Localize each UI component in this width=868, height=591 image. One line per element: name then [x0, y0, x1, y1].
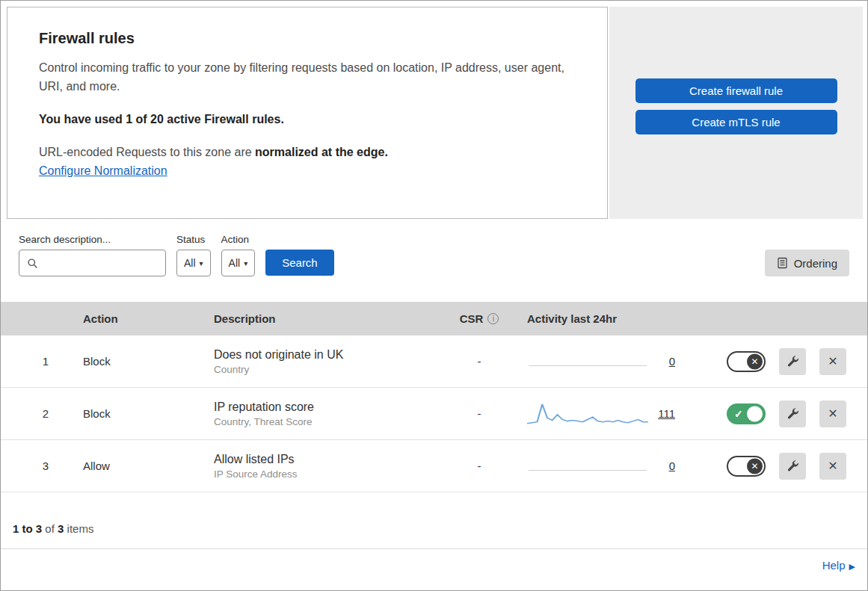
chevron-down-icon: ▾ [200, 259, 203, 267]
rule-csr-value: - [442, 460, 517, 472]
check-icon: ✓ [734, 409, 743, 419]
help-link-label: Help [822, 559, 846, 572]
pagination-total: 3 [58, 522, 64, 535]
wrench-icon [787, 355, 799, 368]
create-firewall-rule-button[interactable]: Create firewall rule [635, 78, 837, 103]
rules-table: Action Description CSRi Activity last 24… [1, 302, 867, 582]
firewall-rules-page: Firewall rules Control incoming traffic … [0, 0, 868, 591]
status-filter-dropdown[interactable]: All ▾ [176, 250, 211, 276]
page-description: Control incoming traffic to your zone by… [39, 59, 576, 96]
rule-csr-value: - [442, 355, 517, 368]
normalization-note-text: URL-encoded Requests to this zone are [39, 146, 252, 158]
ordering-list-icon [777, 257, 788, 269]
toggle-knob: ✕ [747, 458, 763, 474]
table-row: 1 Block Does not originate in UK Country… [1, 335, 867, 388]
rule-activity-cell: 0 [517, 454, 689, 479]
rule-controls: ✓ ✕ ✕ [689, 348, 867, 375]
rule-description-cell: Allow listed IPs IP Source Address [203, 453, 442, 480]
delete-rule-button[interactable]: ✕ [819, 453, 846, 480]
csr-column-header: CSRi [442, 312, 517, 325]
search-field: Search description... [19, 234, 166, 276]
configure-normalization-link[interactable]: Configure Normalization [39, 164, 167, 178]
rule-enabled-toggle[interactable]: ✓ ✕ [727, 351, 766, 372]
status-filter-field: Status All ▾ [176, 234, 211, 276]
action-filter-field: Action All ▾ [221, 234, 256, 276]
close-icon: ✕ [828, 459, 837, 473]
ordering-button[interactable]: Ordering [765, 250, 849, 276]
action-filter-dropdown[interactable]: All ▾ [221, 250, 256, 276]
activity-count-link[interactable]: 0 [656, 355, 675, 368]
rule-description: Allow listed IPs [214, 453, 442, 466]
help-bar: Help▶ [1, 549, 867, 582]
activity-flatline [527, 349, 648, 374]
activity-count-link[interactable]: 111 [656, 407, 675, 420]
rule-description-cell: IP reputation score Country, Threat Scor… [203, 400, 442, 427]
create-mtls-rule-button[interactable]: Create mTLS rule [635, 110, 837, 134]
search-button[interactable]: Search [265, 250, 334, 276]
rule-criteria: Country, Threat Score [214, 416, 442, 427]
status-filter-label: Status [176, 234, 211, 245]
rule-enabled-toggle[interactable]: ✓ ✕ [727, 403, 766, 424]
rule-enabled-toggle[interactable]: ✓ ✕ [727, 456, 766, 477]
activity-flatline [527, 454, 648, 479]
rule-controls: ✓ ✕ ✕ [689, 453, 867, 480]
pagination-items: items [67, 522, 94, 535]
activity-sparkline [527, 401, 648, 427]
help-link[interactable]: Help▶ [822, 559, 855, 572]
action-filter-value: All [229, 257, 241, 269]
rule-description-cell: Does not originate in UK Country [203, 348, 442, 375]
chevron-down-icon: ▾ [244, 259, 247, 267]
ordering-button-label: Ordering [794, 257, 837, 270]
activity-count-link[interactable]: 0 [656, 460, 675, 472]
filter-group: Search description... Status All ▾ Actio… [19, 234, 334, 276]
status-filter-value: All [184, 257, 196, 269]
edit-rule-button[interactable] [779, 453, 806, 480]
delete-rule-button[interactable]: ✕ [819, 348, 846, 375]
normalization-note: URL-encoded Requests to this zone are no… [39, 146, 576, 159]
cta-panel: Create firewall rule Create mTLS rule [609, 7, 863, 219]
table-row: 2 Block IP reputation score Country, Thr… [1, 388, 867, 440]
close-icon: ✕ [828, 406, 837, 421]
rule-action: Block [72, 355, 203, 368]
csr-header-label: CSR [460, 312, 484, 325]
info-icon[interactable]: i [487, 313, 499, 324]
help-arrow-icon: ▶ [849, 562, 855, 571]
edit-rule-button[interactable] [779, 348, 806, 375]
rule-activity-cell: 0 [517, 349, 689, 374]
edit-rule-button[interactable] [779, 400, 806, 427]
rule-controls: ✓ ✕ ✕ [689, 400, 867, 427]
close-icon: ✕ [828, 354, 837, 368]
rule-priority: 2 [1, 407, 72, 420]
action-filter-label: Action [221, 234, 256, 245]
rule-csr-value: - [442, 407, 517, 420]
pagination-summary: 1 to 3 of 3 items [1, 492, 867, 549]
delete-rule-button[interactable]: ✕ [819, 400, 846, 427]
rule-priority: 3 [1, 460, 72, 472]
rule-action: Allow [72, 460, 203, 472]
top-section: Firewall rules Control incoming traffic … [1, 1, 867, 219]
rule-description: Does not originate in UK [214, 348, 442, 362]
action-column-header: Action [72, 312, 203, 325]
search-box [19, 250, 166, 276]
table-header-row: Action Description CSRi Activity last 24… [1, 302, 867, 335]
search-input[interactable] [44, 256, 158, 270]
wrench-icon [787, 407, 799, 420]
rule-activity-cell: 111 [517, 401, 689, 427]
rule-priority: 1 [1, 355, 72, 368]
table-row: 3 Allow Allow listed IPs IP Source Addre… [1, 440, 867, 492]
toggle-knob: ✕ [747, 406, 763, 421]
page-title: Firewall rules [39, 30, 576, 47]
rule-criteria: Country [214, 364, 442, 375]
wrench-icon [787, 460, 799, 472]
filters-toolbar: Search description... Status All ▾ Actio… [1, 219, 867, 302]
search-description-label: Search description... [19, 234, 166, 245]
pagination-of: of [45, 522, 55, 535]
description-column-header: Description [203, 312, 442, 325]
rule-action: Block [72, 407, 203, 420]
normalization-note-bold: normalized at the edge. [255, 146, 388, 158]
rule-description: IP reputation score [214, 400, 442, 414]
x-icon: ✕ [751, 462, 758, 471]
x-icon: ✕ [751, 357, 758, 366]
activity-column-header: Activity last 24hr [517, 312, 689, 325]
pagination-range: 1 to 3 [13, 522, 42, 535]
